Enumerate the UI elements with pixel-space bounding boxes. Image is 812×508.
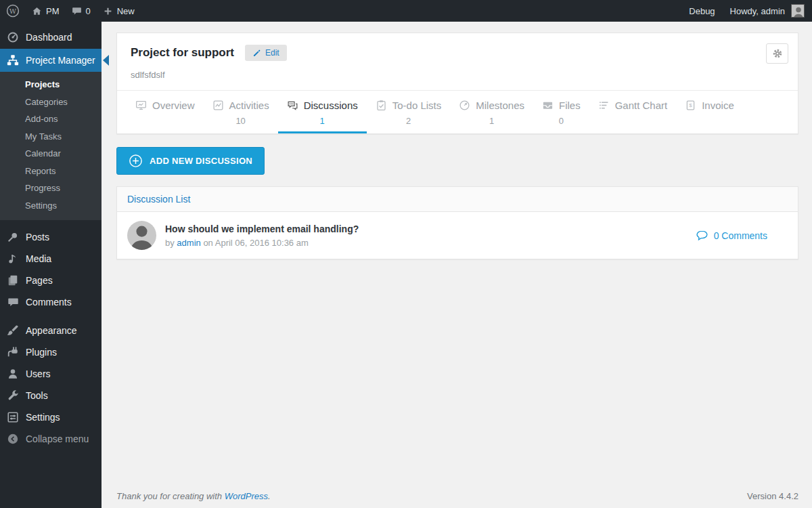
submenu-item-projects[interactable]: Projects — [0, 76, 102, 93]
tab-count: 1 — [320, 116, 325, 127]
sidebar-item-plugins[interactable]: Plugins — [0, 341, 102, 363]
site-name: PM — [46, 6, 60, 16]
tab-overview[interactable]: Overview — [127, 91, 204, 133]
user-icon — [6, 368, 20, 380]
sidebar-item-pages[interactable]: Pages — [0, 270, 102, 291]
wordpress-link[interactable]: WordPress — [225, 491, 268, 501]
tab-invoice[interactable]: $ Invoice — [676, 91, 743, 133]
tab-todo-lists[interactable]: To-do Lists 2 — [367, 91, 451, 133]
tab-label: Activities — [229, 100, 269, 111]
submenu-item-reports[interactable]: Reports — [0, 163, 102, 180]
plus-icon — [103, 6, 113, 16]
invoice-dollar-icon: $ — [685, 100, 696, 111]
discussion-list-title: Discussion List — [117, 187, 798, 212]
user-avatar — [791, 4, 805, 18]
project-settings-button[interactable] — [766, 43, 788, 64]
sidebar-item-project-manager[interactable]: Project Manager — [0, 49, 102, 72]
sidebar-item-media[interactable]: Media — [0, 248, 102, 270]
media-note-icon — [6, 253, 20, 265]
sidebar-item-tools[interactable]: Tools — [0, 385, 102, 406]
overview-monitor-icon — [135, 100, 147, 111]
todo-clipboard-icon — [376, 100, 387, 111]
submenu-item-my-tasks[interactable]: My Tasks — [0, 128, 102, 146]
submenu-item-progress[interactable]: Progress — [0, 179, 102, 197]
submenu-item-calendar[interactable]: Calendar — [0, 145, 102, 163]
add-new-discussion-label: ADD NEW DISCUSSION — [150, 156, 252, 166]
sidebar-item-dashboard[interactable]: Dashboard — [0, 26, 102, 49]
new-content-menu[interactable]: New — [97, 0, 141, 22]
tab-discussions[interactable]: Discussions 1 — [278, 91, 367, 133]
pages-icon — [6, 274, 20, 287]
comment-outline-icon — [696, 229, 708, 242]
comment-bubble-icon — [72, 6, 82, 16]
tab-label: Gantt Chart — [615, 100, 668, 111]
site-menu[interactable]: PM — [26, 0, 66, 22]
sidebar-label-plugins: Plugins — [26, 347, 57, 358]
comments-count-label: 0 Comments — [714, 230, 767, 241]
plus-circle-icon — [129, 154, 143, 168]
comments-bubble-menu[interactable]: 0 — [66, 0, 97, 22]
activities-chart-icon — [212, 100, 224, 111]
footer-thanks: Thank you for creating with WordPress. — [116, 491, 271, 501]
project-tabs: Overview Activities 10 Discus — [117, 90, 798, 133]
sidebar-item-settings[interactable]: Settings — [0, 406, 102, 428]
new-label: New — [117, 6, 135, 16]
dashboard-gauge-icon — [6, 31, 20, 43]
add-new-discussion-button[interactable]: ADD NEW DISCUSSION — [116, 147, 265, 175]
tab-label: To-do Lists — [392, 100, 442, 111]
project-header-panel: Project for support Edit sdlfsfdslf — [116, 33, 798, 134]
tab-count: 0 — [559, 116, 564, 127]
sidebar-label-comments: Comments — [26, 297, 72, 308]
edit-label: Edit — [265, 48, 279, 58]
pushpin-icon — [6, 231, 20, 243]
admin-bar-comment-count: 0 — [86, 6, 91, 16]
tab-count: 1 — [489, 116, 494, 127]
account-menu[interactable]: Howdy, admin — [723, 0, 812, 22]
discussion-comments-link[interactable]: 0 Comments — [696, 229, 767, 242]
sidebar-label-posts: Posts — [26, 232, 49, 242]
tab-label: Milestones — [476, 100, 524, 111]
sidebar-label-users: Users — [26, 368, 51, 379]
comments-icon — [6, 297, 20, 308]
wordpress-logo-menu[interactable]: W — [0, 0, 26, 22]
home-icon — [32, 6, 42, 16]
discussion-list-panel: Discussion List How should we implement … — [116, 186, 798, 259]
admin-bar: W PM 0 New Debug Howdy, admin — [0, 0, 812, 22]
project-description: sdlfsfdslf — [117, 61, 798, 90]
tab-files[interactable]: Files 0 — [533, 91, 589, 133]
discussion-date: on April 06, 2016 10:36 am — [201, 238, 309, 248]
discussion-meta: by admin on April 06, 2016 10:36 am — [165, 238, 359, 248]
sidebar-item-posts[interactable]: Posts — [0, 226, 102, 248]
submenu-item-add-ons[interactable]: Add-ons — [0, 110, 102, 128]
sidebar-item-collapse-menu[interactable]: Collapse menu — [0, 428, 102, 450]
admin-footer: Thank you for creating with WordPress. V… — [116, 491, 798, 501]
sidebar-label-appearance: Appearance — [26, 325, 77, 336]
admin-sidebar: Dashboard Project Manager Projects Categ… — [0, 22, 102, 508]
debug-menu[interactable]: Debug — [681, 0, 722, 22]
sidebar-item-comments[interactable]: Comments — [0, 291, 102, 313]
tab-gantt-chart[interactable]: Gantt Chart — [589, 91, 677, 133]
wordpress-logo-icon: W — [6, 4, 20, 18]
sidebar-label-media: Media — [26, 253, 51, 264]
discussion-author-avatar — [127, 221, 156, 250]
tab-label: Overview — [152, 100, 195, 111]
sidebar-item-appearance[interactable]: Appearance — [0, 320, 102, 341]
submenu-item-settings[interactable]: Settings — [0, 197, 102, 215]
tab-activities[interactable]: Activities 10 — [204, 91, 278, 133]
discussion-title-link[interactable]: How should we implement email handling? — [165, 224, 359, 234]
plug-icon — [6, 346, 20, 358]
active-menu-arrow — [97, 55, 109, 66]
submenu-item-categories[interactable]: Categories — [0, 93, 102, 111]
edit-project-button[interactable]: Edit — [245, 45, 287, 61]
settings-sliders-icon — [6, 411, 20, 423]
tab-label: Files — [559, 100, 581, 111]
sidebar-item-users[interactable]: Users — [0, 363, 102, 385]
project-manager-submenu: Projects Categories Add-ons My Tasks Cal… — [0, 72, 102, 220]
project-title: Project for support — [131, 46, 234, 60]
tab-count: 10 — [235, 116, 245, 127]
tab-milestones[interactable]: Milestones 1 — [450, 91, 533, 133]
discussion-author-link[interactable]: admin — [177, 238, 200, 248]
sidebar-label-tools: Tools — [26, 390, 48, 401]
gantt-bars-icon — [598, 100, 610, 111]
milestones-compass-icon — [459, 100, 470, 111]
